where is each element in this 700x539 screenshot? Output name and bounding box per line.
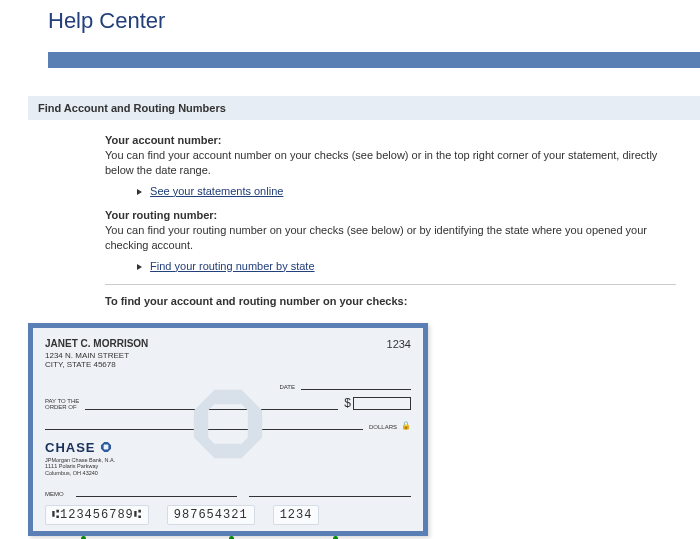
check-body: JANET C. MORRISON 1234 N. MAIN STREET CI…: [28, 323, 428, 536]
chase-logo-icon: [100, 441, 112, 453]
payer-address-2: CITY, STATE 45678: [45, 360, 148, 370]
account-number-text: You can find your account number on your…: [105, 148, 676, 179]
lock-icon: 🔒: [401, 421, 411, 430]
memo-label: MEMO: [45, 491, 64, 497]
see-statements-link[interactable]: See your statements online: [150, 185, 283, 197]
annotation-connector: [335, 536, 336, 539]
check-illustration: JANET C. MORRISON 1234 N. MAIN STREET CI…: [28, 323, 428, 536]
pay-to-label-1: PAY TO THE: [45, 398, 85, 404]
section-header: Find Account and Routing Numbers: [28, 96, 700, 120]
memo-line: [76, 487, 238, 497]
content-area: Your account number: You can find your a…: [0, 120, 700, 323]
payer-block: JANET C. MORRISON 1234 N. MAIN STREET CI…: [45, 338, 148, 370]
annotation-connector: [83, 536, 84, 539]
routing-link-row: Find your routing number by state: [137, 260, 676, 272]
annotation-routing: The routing/transit number contains nine…: [28, 536, 183, 539]
annotation-check: The check number: [313, 536, 423, 539]
page-title: Help Center: [0, 0, 700, 44]
triangle-icon: [137, 264, 142, 270]
date-label: DATE: [279, 384, 295, 390]
routing-by-state-link[interactable]: Find your routing number by state: [150, 260, 314, 272]
amount-box: [353, 397, 411, 410]
payer-name: JANET C. MORRISON: [45, 338, 148, 350]
dollars-label: DOLLARS: [369, 424, 397, 430]
signature-line: [249, 487, 411, 497]
find-on-checks-line: To find your account and routing number …: [105, 295, 676, 307]
account-number-block: Your account number: You can find your a…: [105, 134, 676, 197]
annotation-account: The checking account number In some case…: [183, 536, 313, 539]
micr-checknum-value: 1234: [280, 508, 313, 522]
micr-checknum: 1234: [273, 505, 320, 525]
micr-routing-value: 123456789: [60, 508, 134, 522]
account-number-title: Your account number:: [105, 134, 676, 146]
header-bar: [48, 52, 700, 68]
micr-routing: ⑆123456789⑆: [45, 505, 149, 525]
date-line: [301, 380, 411, 390]
micr-account: 987654321: [167, 505, 255, 525]
micr-row: ⑆123456789⑆ 987654321 1234: [45, 505, 411, 525]
annotation-connector: [231, 536, 232, 539]
routing-number-block: Your routing number: You can find your r…: [105, 209, 676, 272]
annotations: The routing/transit number contains nine…: [28, 536, 700, 539]
divider: [105, 284, 676, 285]
memo-row: MEMO: [45, 487, 411, 497]
routing-number-text: You can find your routing number on your…: [105, 223, 676, 254]
payer-address-1: 1234 N. MAIN STREET: [45, 351, 148, 361]
pay-to-label-2: ORDER OF: [45, 404, 85, 410]
pay-to-label: PAY TO THE ORDER OF: [45, 398, 85, 410]
micr-account-value: 987654321: [174, 508, 248, 522]
triangle-icon: [137, 189, 142, 195]
dollar-sign: $: [344, 396, 351, 410]
account-link-row: See your statements online: [137, 185, 676, 197]
routing-number-title: Your routing number:: [105, 209, 676, 221]
check-number-top: 1234: [387, 338, 411, 370]
check-watermark: [183, 379, 273, 471]
bank-name: CHASE: [45, 440, 96, 455]
